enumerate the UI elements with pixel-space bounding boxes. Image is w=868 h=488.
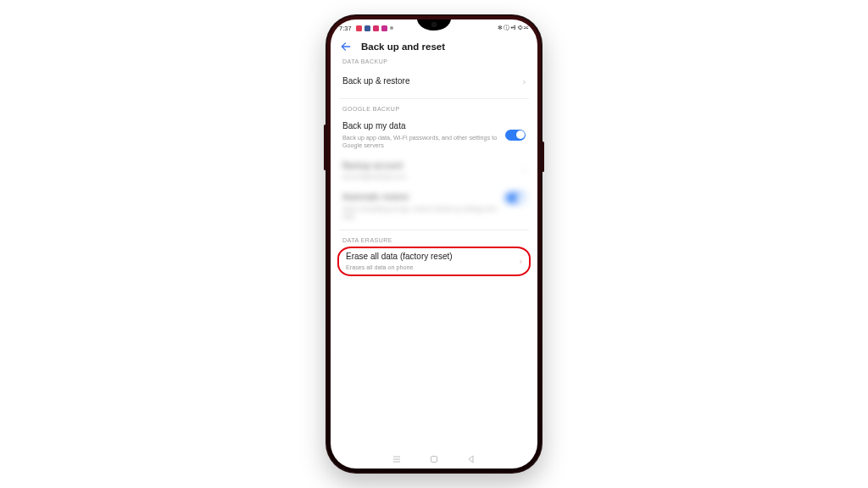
- row-title: Back up & restore: [342, 76, 518, 87]
- status-right: ✻ ⓘ ⩤ ⦾ ⫘: [498, 24, 529, 32]
- row-erase-all-data[interactable]: Erase all data (factory reset) Erases al…: [344, 252, 524, 272]
- page-title: Back up and reset: [361, 42, 445, 52]
- arrow-left-icon: [340, 41, 352, 53]
- notification-more-icon: [390, 26, 393, 30]
- row-title: Backup account: [342, 161, 518, 172]
- section-label-google-backup: GOOGLE BACKUP: [342, 106, 526, 112]
- chevron-right-icon: ›: [523, 77, 526, 86]
- row-subtitle: Back up app data, Wi-Fi passwords, and o…: [342, 134, 505, 149]
- status-time: 7:37: [339, 25, 352, 32]
- nav-recents-button[interactable]: [392, 455, 401, 463]
- notification-icon: [356, 25, 362, 31]
- row-subtitle: When reinstalling an app, restore backed…: [342, 205, 505, 220]
- section-label-data-backup: DATA BACKUP: [342, 58, 526, 64]
- divider: [339, 98, 529, 99]
- row-title: Automatic restore: [342, 192, 505, 203]
- row-backup-my-data[interactable]: Back up my data Back up app data, Wi-Fi …: [339, 115, 529, 155]
- row-title: Back up my data: [342, 121, 505, 132]
- phone-frame: 7:37 ✻ ⓘ ⩤ ⦾ ⫘ Back up and reset: [326, 14, 542, 474]
- row-title: Erase all data (factory reset): [346, 252, 515, 263]
- settings-list[interactable]: DATA BACKUP Back up & restore › GOOGLE B…: [331, 52, 537, 455]
- power-button: [542, 141, 544, 172]
- notification-icon: [381, 25, 387, 31]
- back-icon: [467, 455, 476, 463]
- screen: 7:37 ✻ ⓘ ⩤ ⦾ ⫘ Back up and reset: [331, 19, 537, 469]
- row-backup-restore[interactable]: Back up & restore ›: [339, 68, 529, 95]
- toggle-backup-my-data[interactable]: [505, 130, 526, 141]
- notification-icon: [373, 25, 379, 31]
- divider: [339, 230, 529, 230]
- nav-back-button[interactable]: [467, 455, 476, 463]
- row-automatic-restore[interactable]: Automatic restore When reinstalling an a…: [339, 186, 529, 226]
- status-system-icons: ✻ ⓘ ⩤ ⦾ ⫘: [498, 24, 529, 32]
- volume-button: [324, 125, 326, 170]
- home-icon: [430, 455, 438, 463]
- chevron-right-icon: ›: [520, 257, 522, 266]
- section-label-data-erasure: DATA ERASURE: [342, 237, 526, 243]
- row-subtitle: Erases all data on phone: [346, 263, 515, 271]
- svg-rect-4: [431, 457, 437, 463]
- status-left: 7:37: [339, 25, 393, 32]
- recents-icon: [392, 455, 401, 463]
- chevron-right-icon: ›: [523, 166, 526, 175]
- notification-icon: [364, 25, 370, 31]
- row-subtitle: account@example.com: [342, 173, 518, 180]
- toggle-automatic-restore[interactable]: [505, 192, 526, 203]
- row-backup-account[interactable]: Backup account account@example.com ›: [339, 155, 529, 187]
- svg-marker-5: [469, 456, 473, 463]
- canvas: 7:37 ✻ ⓘ ⩤ ⦾ ⫘ Back up and reset: [0, 0, 868, 488]
- annotation-highlight: Erase all data (factory reset) Erases al…: [337, 247, 531, 277]
- nav-home-button[interactable]: [430, 455, 438, 463]
- system-nav-bar: [331, 453, 537, 465]
